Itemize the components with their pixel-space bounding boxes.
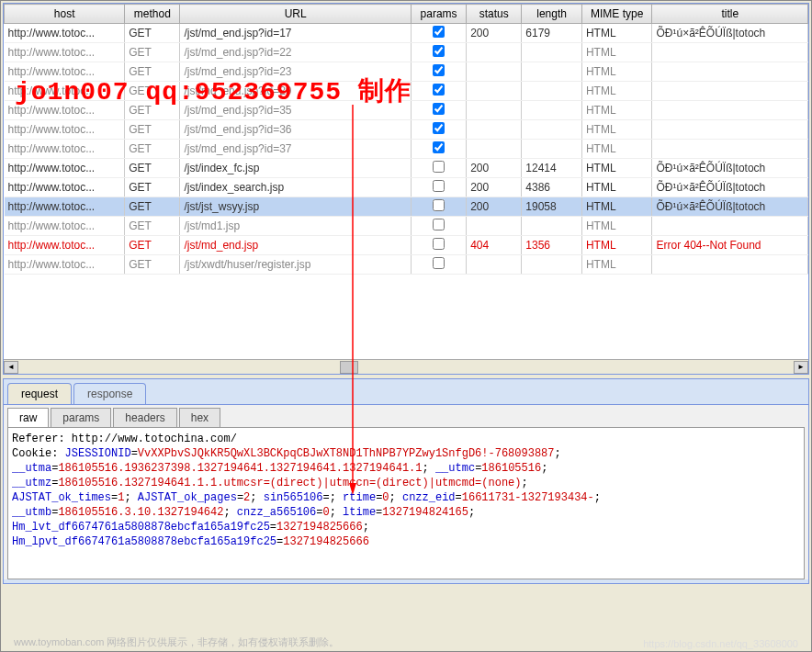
cell-params: [411, 236, 466, 255]
cell-status: 200: [467, 24, 522, 43]
col-mime[interactable]: MIME type: [581, 5, 652, 24]
cell-url: /jst/md_end.jsp?id=17: [180, 24, 412, 43]
cell-length: 19058: [522, 197, 582, 217]
cell-method: GET: [125, 101, 180, 120]
cell-title: [652, 43, 808, 62]
cell-mime: HTML: [581, 120, 652, 140]
cell-status: [467, 140, 522, 159]
raw-request-content[interactable]: Referer: http://www.totochina.com/ Cooki…: [7, 427, 805, 579]
cell-url: /jst/md_end.jsp?id=36: [180, 120, 412, 140]
cell-title: [652, 140, 808, 159]
table-row[interactable]: http://www.totoc...GET/jst/md_end.jsp?id…: [5, 140, 808, 159]
col-params[interactable]: params: [411, 5, 466, 24]
cell-length: [522, 120, 582, 140]
cell-status: 200: [467, 197, 522, 217]
cell-params: [411, 120, 466, 140]
cell-mime: HTML: [581, 236, 652, 255]
cell-params: [411, 159, 466, 178]
table-row[interactable]: http://www.totoc...GET/jst/md_end.jsp?id…: [5, 24, 808, 43]
cell-title: [652, 101, 808, 120]
cell-params: [411, 82, 466, 101]
table-row[interactable]: http://www.totoc...GET/jst/md_end.jsp?id…: [5, 82, 808, 101]
cell-url: /jst/md_end.jsp: [180, 236, 412, 255]
tab-response[interactable]: response: [73, 383, 146, 404]
cell-params: [411, 43, 466, 62]
params-checkbox: [433, 238, 445, 250]
cell-host: http://www.totoc...: [5, 140, 125, 159]
subtab-headers[interactable]: headers: [113, 408, 176, 427]
cell-method: GET: [125, 120, 180, 140]
cell-mime: HTML: [581, 159, 652, 178]
subtab-raw[interactable]: raw: [7, 408, 49, 427]
cell-method: GET: [125, 217, 180, 236]
cell-url: /jst/index_search.jsp: [180, 178, 412, 197]
table-row[interactable]: http://www.totoc...GET/jst/md_end.jsp404…: [5, 236, 808, 255]
table-row[interactable]: http://www.totoc...GET/jst/md_end.jsp?id…: [5, 120, 808, 140]
cell-params: [411, 140, 466, 159]
subtab-hex[interactable]: hex: [179, 408, 220, 427]
cell-title: Error 404--Not Found: [652, 236, 808, 255]
cell-url: /jst/md1.jsp: [180, 217, 412, 236]
params-checkbox: [433, 161, 445, 173]
col-length[interactable]: length: [522, 5, 582, 24]
scroll-right-icon[interactable]: ►: [794, 361, 808, 374]
params-checkbox: [433, 45, 445, 57]
cell-host: http://www.totoc...: [5, 120, 125, 140]
col-url[interactable]: URL: [180, 5, 412, 24]
cell-title: ÕÐ¹ú×ã²ÊÕÚÏß|totoch: [652, 197, 808, 217]
cell-method: GET: [125, 159, 180, 178]
table-row[interactable]: http://www.totoc...GET/jst/xwdt/huser/re…: [5, 255, 808, 275]
table-header-row: host method URL params status length MIM…: [5, 5, 808, 24]
cell-mime: HTML: [581, 62, 652, 82]
cell-length: [522, 140, 582, 159]
cell-params: [411, 217, 466, 236]
col-status[interactable]: status: [467, 5, 522, 24]
cell-method: GET: [125, 43, 180, 62]
table-row[interactable]: http://www.totoc...GET/jst/index_search.…: [5, 178, 808, 197]
tab-request[interactable]: request: [7, 383, 72, 404]
table-row[interactable]: http://www.totoc...GET/jst/md_end.jsp?id…: [5, 101, 808, 120]
cell-length: [522, 62, 582, 82]
table-row[interactable]: http://www.totoc...GET/jst/md_end.jsp?id…: [5, 62, 808, 82]
cell-host: http://www.totoc...: [5, 43, 125, 62]
cell-length: 1356: [522, 236, 582, 255]
cell-host: http://www.totoc...: [5, 82, 125, 101]
params-checkbox: [433, 141, 445, 153]
horizontal-scrollbar[interactable]: ◄ ►: [4, 359, 808, 374]
cell-method: GET: [125, 236, 180, 255]
table-row[interactable]: http://www.totoc...GET/jst/index_fc.jsp2…: [5, 159, 808, 178]
cell-mime: HTML: [581, 43, 652, 62]
cell-params: [411, 101, 466, 120]
cell-method: GET: [125, 140, 180, 159]
table-row[interactable]: http://www.totoc...GET/jst/jst_wsyy.jsp2…: [5, 197, 808, 217]
cell-title: ÕÐ¹ú×ã²ÊÕÚÏß|totoch: [652, 178, 808, 197]
cell-url: /jst/jst_wsyy.jsp: [180, 197, 412, 217]
cell-url: /jst/md_end.jsp?id=35: [180, 101, 412, 120]
cell-params: [411, 255, 466, 275]
subtab-params[interactable]: params: [51, 408, 111, 427]
table-row[interactable]: http://www.totoc...GET/jst/md1.jspHTML: [5, 217, 808, 236]
cell-mime: HTML: [581, 255, 652, 275]
cell-status: [467, 217, 522, 236]
table-row[interactable]: http://www.totoc...GET/jst/md_end.jsp?id…: [5, 43, 808, 62]
sub-tabs: raw params headers hex: [4, 405, 808, 427]
cell-mime: HTML: [581, 217, 652, 236]
cell-host: http://www.totoc...: [5, 24, 125, 43]
cell-host: http://www.totoc...: [5, 197, 125, 217]
cell-params: [411, 62, 466, 82]
col-method[interactable]: method: [125, 5, 180, 24]
scroll-left-icon[interactable]: ◄: [4, 361, 18, 374]
scroll-thumb[interactable]: [340, 361, 358, 374]
cell-title: ÕÐ¹ú×ã²ÊÕÚÏß|totoch: [652, 159, 808, 178]
http-history-table[interactable]: host method URL params status length MIM…: [4, 4, 808, 275]
cell-host: http://www.totoc...: [5, 159, 125, 178]
cell-length: [522, 217, 582, 236]
main-tabs: request response: [4, 379, 808, 404]
col-host[interactable]: host: [5, 5, 125, 24]
cell-url: /jst/md_end.jsp?id=22: [180, 43, 412, 62]
col-title[interactable]: title: [652, 5, 808, 24]
scroll-track[interactable]: [18, 361, 794, 374]
cell-host: http://www.totoc...: [5, 217, 125, 236]
params-checkbox: [433, 84, 445, 96]
cell-host: http://www.totoc...: [5, 255, 125, 275]
